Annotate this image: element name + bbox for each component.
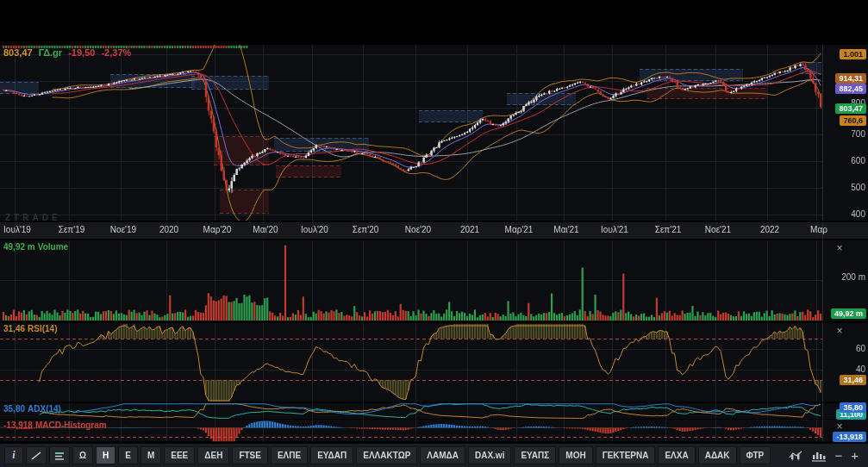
rsi-axis-label: 40 [856, 364, 865, 374]
price-axis-badge: 760,6 [840, 115, 866, 126]
macd-panel-close-button[interactable]: × [834, 421, 846, 433]
volume-badge: 49,92 m [831, 308, 866, 319]
x-axis-tick: Ιουλ'20 [301, 225, 328, 234]
bar-chart-button[interactable] [812, 450, 826, 462]
rsi-panel-label: 31,46RSI(14) [3, 324, 59, 333]
candlestick-chart-button[interactable] [789, 450, 803, 462]
x-axis-tick: Νοε'21 [705, 225, 731, 234]
trading-chart-app: 803,47 ΓΔ.gr -19,50 -2,37% ZTRADE 49,92 … [0, 0, 868, 467]
zoom-in-button[interactable]: + [851, 448, 859, 463]
price-axis-badge: 1.001 [840, 49, 866, 59]
price-axis-badge: 803,47 [835, 103, 866, 114]
ticker-button[interactable]: ΕΕΕ [164, 446, 195, 464]
price-axis-label: 500 [851, 183, 865, 192]
x-axis-tick: Σεπ'20 [353, 225, 379, 234]
macd-panel-label: -13,918MACD-Histogram [3, 420, 109, 430]
price-change: -19,50 [68, 47, 95, 58]
ticker-button[interactable]: ΦΤΡ [740, 446, 771, 464]
zoom-out-button[interactable]: − [834, 448, 842, 463]
timeframe-button[interactable]: H [96, 446, 116, 464]
candlestick-chart-icon [789, 450, 803, 462]
x-axis-tick: Μαι'20 [253, 225, 278, 234]
price-axis-label: 700 [851, 129, 865, 139]
volume-panel-close-button[interactable]: × [834, 243, 846, 255]
x-axis-tick: Σεπ'21 [655, 225, 682, 234]
macd-value: -13,918 [3, 420, 33, 430]
x-axis-tick: Μαι'21 [553, 225, 578, 234]
timeframe-button[interactable]: Ω [72, 446, 93, 464]
ticker-button[interactable]: ΛΑΜΔΑ [420, 446, 465, 464]
price-axis-badge: 882,45 [835, 84, 866, 94]
ticker-button[interactable]: ΕΥΑΠΣ [514, 446, 556, 464]
price-axis-label: 600 [851, 156, 865, 165]
volume-name: Volume [38, 242, 68, 252]
macd-name: MACD-Histogram [35, 420, 107, 430]
ticker-button[interactable]: ΕΛΧΑ [658, 446, 695, 464]
x-axis-tick: 2021 [460, 225, 479, 234]
ticker-button[interactable]: ΕΛΠΕ [271, 446, 308, 464]
x-axis-tick: Μαρ'21 [505, 225, 534, 234]
volume-axis-label: 200 m [841, 272, 865, 282]
adx-value: 35,80 [3, 404, 25, 414]
rsi-badge: 31,46 [840, 375, 866, 385]
indicator-list-button[interactable] [49, 446, 70, 464]
timeframe-button[interactable]: E [118, 446, 138, 464]
x-axis-tick: Νοε'20 [405, 225, 431, 234]
bottom-toolbar: iΩHEMΕΕΕΔΕΗFTSEΕΛΠΕΕΥΔΑΠΕΛΛΑΚΤΩΡΛΑΜΔΑDAX… [0, 443, 868, 467]
x-axis-tick: Μαρ'20 [203, 225, 232, 234]
x-axis-tick: 2022 [760, 225, 779, 234]
ticker-button[interactable]: DAX.wi [468, 446, 511, 464]
rsi-panel-close-button[interactable]: × [834, 326, 846, 338]
price-axis-badge: 914,31 [835, 73, 866, 84]
ticker-button[interactable]: ΓΕΚΤΕΡΝΑ [596, 446, 656, 464]
price-axis-label: 400 [851, 209, 865, 219]
indicator-list-icon [53, 451, 66, 461]
info-icon: i [12, 449, 15, 462]
volume-panel-label: 49,92 mVolume [3, 242, 71, 252]
price-change-percent: -2,37% [101, 47, 131, 58]
volume-value: 49,92 m [3, 242, 35, 252]
x-axis-tick: Ιουλ'21 [601, 225, 628, 234]
ticker-button[interactable]: ΕΛΛΑΚΤΩΡ [356, 446, 417, 464]
ticker-button[interactable]: FTSE [232, 446, 268, 464]
instrument-header: 803,47 ΓΔ.gr -19,50 -2,37% [3, 47, 134, 58]
x-axis-tick: 2020 [159, 225, 178, 234]
pencil-button[interactable] [26, 446, 47, 464]
rsi-axis-label: 60 [856, 344, 865, 353]
ticker-button[interactable]: ΜΟΗ [559, 446, 592, 464]
ticker-button[interactable]: ΕΥΔΑΠ [310, 446, 353, 464]
pencil-icon [30, 451, 42, 461]
chart-canvas[interactable] [0, 0, 868, 443]
x-axis-tick: Νοε'19 [110, 225, 136, 234]
x-axis-tick: Ιουλ'19 [3, 225, 31, 234]
info-button[interactable]: i [4, 446, 23, 464]
adx-name: ADX(14) [28, 404, 61, 414]
platform-watermark: ZTRADE [5, 213, 61, 222]
x-axis-tick: Μαρ [810, 225, 827, 234]
ticker-button[interactable]: ΑΔΑΚ [698, 446, 737, 464]
last-price: 803,47 [3, 47, 33, 58]
adx-panel-label: 35,80ADX(14) [3, 404, 64, 414]
instrument-symbol: ΓΔ.gr [39, 47, 62, 58]
ticker-button[interactable]: ΔΕΗ [197, 446, 229, 464]
adx-badge: 35,80 [840, 402, 866, 413]
rsi-name: RSI(14) [28, 324, 57, 333]
x-axis-tick: Σεπ'19 [59, 225, 85, 234]
rsi-value: 31,46 [3, 324, 25, 333]
bar-chart-icon [812, 450, 826, 462]
timeframe-button[interactable]: M [141, 446, 161, 464]
